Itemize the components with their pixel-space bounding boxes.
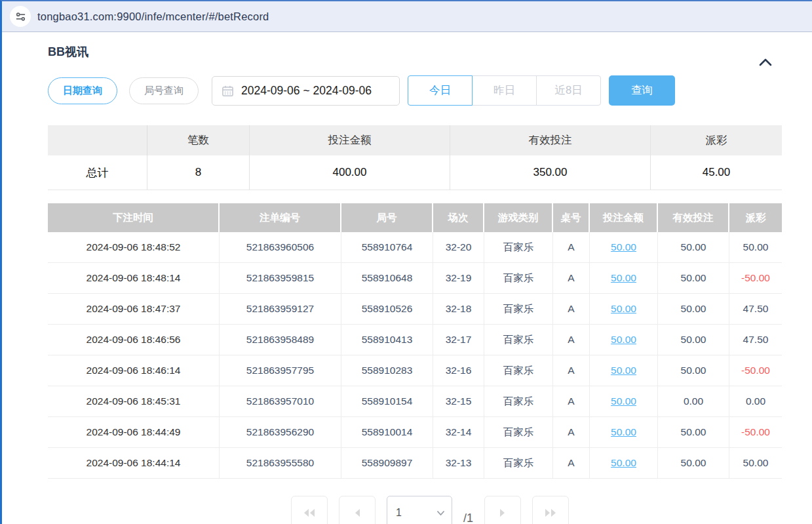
cell-valid-bet: 50.00 xyxy=(658,448,729,479)
col-valid-bet: 有效投注 xyxy=(658,203,729,232)
cell-table-no: A xyxy=(553,448,590,479)
cell-session: 32-14 xyxy=(433,417,484,448)
cell-round-no: 558910648 xyxy=(341,263,433,294)
bet-record-panel: BB视讯 日期查询 局号查询 2024-09-06 ~ 2024-09-06 今… xyxy=(2,44,812,524)
cell-bet-time: 2024-09-06 18:46:14 xyxy=(48,355,220,386)
cell-valid-bet: 50.00 xyxy=(658,294,729,325)
cell-bet-amount: 50.00 xyxy=(590,417,658,448)
summary-total-valid-bet: 350.00 xyxy=(450,155,651,190)
cell-bet-amount: 50.00 xyxy=(590,325,658,355)
col-game-type: 游戏类别 xyxy=(484,203,553,232)
bet-record-table: 下注时间 注单编号 局号 场次 游戏类别 桌号 投注金额 有效投注 派彩 202… xyxy=(48,203,782,479)
cell-session: 32-16 xyxy=(433,355,484,386)
summary-total-payout: 45.00 xyxy=(651,155,782,190)
prev-page-button[interactable] xyxy=(339,496,376,524)
table-row: 2024-09-06 18:48:52521863960506558910764… xyxy=(48,232,782,263)
cell-game-type: 百家乐 xyxy=(484,355,553,386)
bet-table-header: 下注时间 注单编号 局号 场次 游戏类别 桌号 投注金额 有效投注 派彩 xyxy=(48,203,782,232)
page-select[interactable]: 1 xyxy=(387,496,452,524)
cell-session: 32-15 xyxy=(433,386,484,417)
cell-table-no: A xyxy=(553,417,590,448)
quick-range-yesterday[interactable]: 昨日 xyxy=(472,75,537,106)
cell-table-no: A xyxy=(553,263,590,294)
collapse-panel-button[interactable] xyxy=(756,53,775,71)
page-total-label: /1 xyxy=(463,512,473,524)
cell-payout: -50.00 xyxy=(729,417,782,448)
col-bet-time: 下注时间 xyxy=(48,203,220,232)
cell-table-no: A xyxy=(553,386,590,417)
filter-toolbar: 日期查询 局号查询 2024-09-06 ~ 2024-09-06 今日 昨日 … xyxy=(48,75,812,106)
tab-round-query[interactable]: 局号查询 xyxy=(129,77,199,104)
cell-round-no: 558910764 xyxy=(341,232,433,263)
cell-payout: 0.00 xyxy=(729,386,782,417)
quick-range-group: 今日 昨日 近8日 xyxy=(408,75,601,106)
site-settings-button[interactable] xyxy=(10,6,31,27)
cell-bet-amount: 50.00 xyxy=(590,386,658,417)
cell-payout: 47.50 xyxy=(729,325,782,355)
cell-bet-time: 2024-09-06 18:44:14 xyxy=(48,448,220,479)
first-page-button[interactable] xyxy=(291,496,328,524)
quick-range-today[interactable]: 今日 xyxy=(408,75,473,106)
cell-session: 32-13 xyxy=(433,448,484,479)
tab-date-query[interactable]: 日期查询 xyxy=(48,77,117,104)
cell-bet-time: 2024-09-06 18:45:31 xyxy=(48,386,220,417)
bet-amount-link[interactable]: 50.00 xyxy=(611,334,636,346)
cell-round-no: 558909897 xyxy=(341,448,433,479)
col-session: 场次 xyxy=(433,203,484,232)
cell-bet-time: 2024-09-06 18:44:49 xyxy=(48,417,220,448)
cell-ticket-no: 521863958489 xyxy=(220,325,341,355)
cell-game-type: 百家乐 xyxy=(484,263,553,294)
quick-range-last8days[interactable]: 近8日 xyxy=(536,75,601,106)
cell-payout: 50.00 xyxy=(729,448,782,479)
summary-total-row: 总计 8 400.00 350.00 45.00 xyxy=(48,155,782,190)
cell-game-type: 百家乐 xyxy=(484,294,553,325)
page-title: BB视讯 xyxy=(48,44,812,60)
cell-session: 32-17 xyxy=(433,325,484,355)
date-range-input[interactable]: 2024-09-06 ~ 2024-09-06 xyxy=(212,76,400,106)
search-button[interactable]: 查询 xyxy=(609,75,675,106)
cell-bet-amount: 50.00 xyxy=(590,448,658,479)
cell-bet-amount: 50.00 xyxy=(590,232,658,263)
double-arrow-right-icon xyxy=(543,508,558,518)
col-round-no: 局号 xyxy=(341,203,433,232)
col-ticket-no: 注单编号 xyxy=(220,203,341,232)
bet-amount-link[interactable]: 50.00 xyxy=(611,303,636,315)
bet-amount-link[interactable]: 50.00 xyxy=(611,426,636,438)
date-range-value: 2024-09-06 ~ 2024-09-06 xyxy=(241,84,372,98)
bet-amount-link[interactable]: 50.00 xyxy=(611,365,636,376)
cell-bet-time: 2024-09-06 18:48:14 xyxy=(48,263,220,294)
table-row: 2024-09-06 18:44:14521863955580558909897… xyxy=(48,448,782,479)
double-arrow-left-icon xyxy=(302,508,317,518)
cell-round-no: 558910526 xyxy=(341,294,433,325)
cell-bet-amount: 50.00 xyxy=(590,355,658,386)
bet-amount-link[interactable]: 50.00 xyxy=(611,457,636,469)
bet-table-body: 2024-09-06 18:48:52521863960506558910764… xyxy=(48,232,782,479)
cell-session: 32-20 xyxy=(433,232,484,263)
cell-round-no: 558910413 xyxy=(341,325,433,355)
cell-payout: -50.00 xyxy=(729,355,782,386)
calendar-icon xyxy=(222,85,234,97)
cell-game-type: 百家乐 xyxy=(484,448,553,479)
last-page-button[interactable] xyxy=(532,496,569,524)
bet-amount-link[interactable]: 50.00 xyxy=(611,241,636,253)
cell-bet-time: 2024-09-06 18:46:56 xyxy=(48,325,220,355)
cell-round-no: 558910154 xyxy=(341,386,433,417)
summary-total-label: 总计 xyxy=(48,155,147,190)
table-row: 2024-09-06 18:47:37521863959127558910526… xyxy=(48,294,782,325)
url-text[interactable]: tongbao31.com:9900/infe/mcenter/#/betRec… xyxy=(37,10,269,23)
table-row: 2024-09-06 18:46:56521863958489558910413… xyxy=(48,325,782,355)
next-page-button[interactable] xyxy=(484,496,521,524)
cell-ticket-no: 521863959815 xyxy=(220,263,341,294)
cell-table-no: A xyxy=(553,232,590,263)
cell-table-no: A xyxy=(553,325,590,355)
cell-bet-time: 2024-09-06 18:47:37 xyxy=(48,294,220,325)
bet-amount-link[interactable]: 50.00 xyxy=(611,395,636,407)
table-row: 2024-09-06 18:45:31521863957010558910154… xyxy=(48,386,782,417)
bet-amount-link[interactable]: 50.00 xyxy=(611,272,636,284)
cell-payout: 47.50 xyxy=(729,294,782,325)
col-payout: 派彩 xyxy=(729,203,782,232)
cell-ticket-no: 521863960506 xyxy=(220,232,341,263)
cell-bet-amount: 50.00 xyxy=(590,294,658,325)
cell-valid-bet: 50.00 xyxy=(658,417,729,448)
summary-header-payout: 派彩 xyxy=(651,125,782,155)
